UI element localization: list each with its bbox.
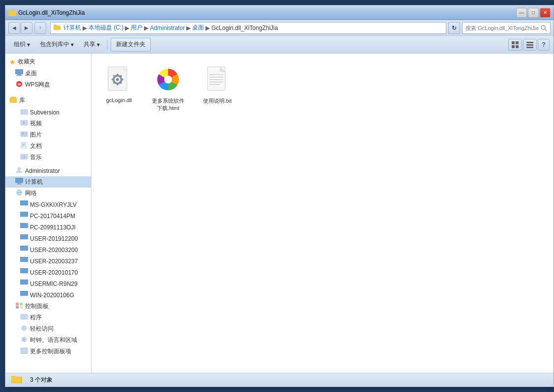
svg-rect-15	[16, 75, 22, 76]
svg-point-56	[24, 339, 25, 340]
share-label: 共享	[84, 40, 95, 49]
breadcrumb: 计算机 ▶ 本地磁盘 (C:) ▶ 用户 ▶ Administrator ▶ 桌…	[54, 24, 278, 32]
view-icon	[512, 41, 519, 48]
title-controls: — □ ✕	[516, 8, 551, 18]
sidebar-item-clock[interactable]: 时钟、语言和区域	[5, 335, 91, 346]
list-item[interactable]: 使用说明.txt	[198, 61, 237, 114]
sidebar-pc1-label: PC-20170414PM	[30, 213, 75, 220]
sidebar-user3-label: USER-202003237	[30, 258, 78, 265]
control-panel-icon	[15, 302, 23, 310]
sidebar-item-computer[interactable]: 计算机	[5, 176, 91, 188]
sidebar-item-ms[interactable]: MS-GXKIXRYJLV	[5, 199, 91, 210]
library-header[interactable]: 库	[5, 94, 91, 107]
organize-button[interactable]: 组织 ▾	[9, 38, 34, 52]
sidebar-more-settings-label: 更多控制面板项	[30, 347, 71, 356]
search-box[interactable]	[462, 22, 551, 34]
close-button[interactable]: ✕	[540, 8, 551, 18]
svg-rect-34	[15, 178, 23, 183]
sidebar-item-videos[interactable]: 视频	[5, 118, 91, 129]
images-icon	[20, 131, 28, 139]
sidebar-item-user1[interactable]: USER-201912200	[5, 233, 91, 244]
sidebar-item-usermic[interactable]: USERMIC-R9N29	[5, 278, 91, 289]
sidebar-item-wps[interactable]: W WPS网盘	[5, 79, 91, 90]
sidebar-user1-label: USER-201912200	[30, 235, 78, 242]
easy-access-icon	[20, 325, 28, 333]
more-settings-icon	[20, 347, 28, 356]
svg-rect-21	[21, 110, 28, 114]
favorites-header[interactable]: ★ 收藏夹	[5, 56, 91, 68]
sidebar-usermic-label: USERMIC-R9N29	[30, 280, 78, 287]
maximize-button[interactable]: □	[528, 8, 539, 18]
sidebar-item-images[interactable]: 图片	[5, 129, 91, 140]
network-pc-icon-3	[20, 223, 28, 231]
svg-rect-49	[16, 303, 19, 306]
refresh-button[interactable]: ↻	[448, 22, 460, 34]
sidebar-subversion-label: Subversion	[30, 109, 59, 116]
library-icon	[9, 96, 17, 105]
network-pc-icon-5	[20, 246, 28, 254]
sidebar-item-more-settings[interactable]: 更多控制面板项	[5, 346, 91, 357]
list-item[interactable]: 更多系统软件下载.html	[148, 61, 188, 114]
include-arrow: ▾	[71, 41, 74, 48]
sidebar-item-pc2[interactable]: PC-20991113OJI	[5, 222, 91, 233]
breadcrumb-admin: Administrator	[150, 25, 185, 31]
include-lib-button[interactable]: 包含到库中 ▾	[35, 38, 78, 52]
svg-rect-50	[20, 303, 23, 306]
svg-rect-8	[512, 45, 515, 48]
sidebar-item-network[interactable]: 网络	[5, 188, 91, 199]
svg-rect-43	[20, 234, 28, 239]
sidebar-item-control-panel[interactable]: 控制面板	[5, 301, 91, 312]
sidebar-item-programs[interactable]: 程序	[5, 312, 91, 323]
network-pc-icon-6	[20, 257, 28, 265]
sidebar-music-label: 音乐	[30, 153, 42, 162]
network-pc-icon-9	[20, 291, 28, 299]
address-input[interactable]: 计算机 ▶ 本地磁盘 (C:) ▶ 用户 ▶ Administrator ▶ 桌…	[50, 22, 446, 34]
list-item[interactable]: gcLogin.dll	[99, 61, 139, 114]
sidebar-item-admin[interactable]: Administrator	[5, 165, 91, 176]
sidebar-computer-label: 计算机	[25, 178, 43, 186]
videos-icon	[20, 119, 28, 128]
library-section: 库 Subversion	[5, 92, 91, 165]
back-button[interactable]: ◀	[8, 22, 20, 34]
help-button[interactable]: ?	[538, 39, 550, 51]
search-input[interactable]	[466, 25, 538, 31]
share-button[interactable]: 共享 ▾	[79, 38, 104, 52]
documents-icon	[20, 142, 28, 150]
new-folder-button[interactable]: 新建文件夹	[111, 38, 151, 52]
svg-rect-83	[11, 376, 16, 378]
search-icon	[540, 25, 547, 31]
sidebar-item-easy-access[interactable]: 轻松访问	[5, 323, 91, 335]
organize-label: 组织	[14, 40, 26, 49]
svg-rect-48	[20, 291, 28, 296]
view-mode-button[interactable]	[508, 39, 522, 51]
sidebar-item-user2[interactable]: USER-202003200	[5, 244, 91, 255]
file-area: gcLogin.dll	[91, 54, 554, 373]
network-pc-icon-2	[20, 212, 28, 220]
svg-rect-57	[21, 348, 28, 354]
minimize-button[interactable]: —	[516, 8, 527, 18]
up-button[interactable]: ↑	[34, 22, 46, 34]
library-label: 库	[19, 96, 25, 105]
sidebar-item-documents[interactable]: 文档	[5, 140, 91, 152]
txt-file-icon-container	[202, 64, 233, 95]
sidebar-control-panel-label: 控制面板	[25, 302, 49, 310]
favorites-section: ★ 收藏夹 桌面	[5, 54, 91, 92]
sidebar-item-user3[interactable]: USER-202003237	[5, 255, 91, 267]
sidebar-item-pc1[interactable]: PC-20170414PM	[5, 210, 91, 222]
txt-icon	[203, 65, 232, 94]
title-text: GcLogin.dll_XiTongZhiJia	[18, 9, 85, 16]
network-pc-icon-7	[20, 268, 28, 277]
breadcrumb-computer: 计算机	[63, 24, 81, 32]
sidebar-item-subversion[interactable]: Subversion	[5, 107, 91, 118]
sidebar-videos-label: 视频	[30, 119, 42, 128]
sidebar-item-music[interactable]: ♪ 音乐	[5, 152, 91, 163]
svg-text:W: W	[18, 83, 21, 86]
sidebar-item-desktop[interactable]: 桌面	[5, 68, 91, 79]
forward-button[interactable]: ▶	[21, 22, 32, 34]
svg-rect-46	[20, 268, 28, 273]
sidebar-item-win[interactable]: WIN-20200106G	[5, 289, 91, 301]
dll-file-label: gcLogin.dll	[106, 97, 132, 103]
view-list-button[interactable]	[523, 39, 537, 51]
sidebar-item-user4[interactable]: USER-202010170	[5, 267, 91, 278]
sidebar-documents-label: 文档	[30, 142, 42, 150]
